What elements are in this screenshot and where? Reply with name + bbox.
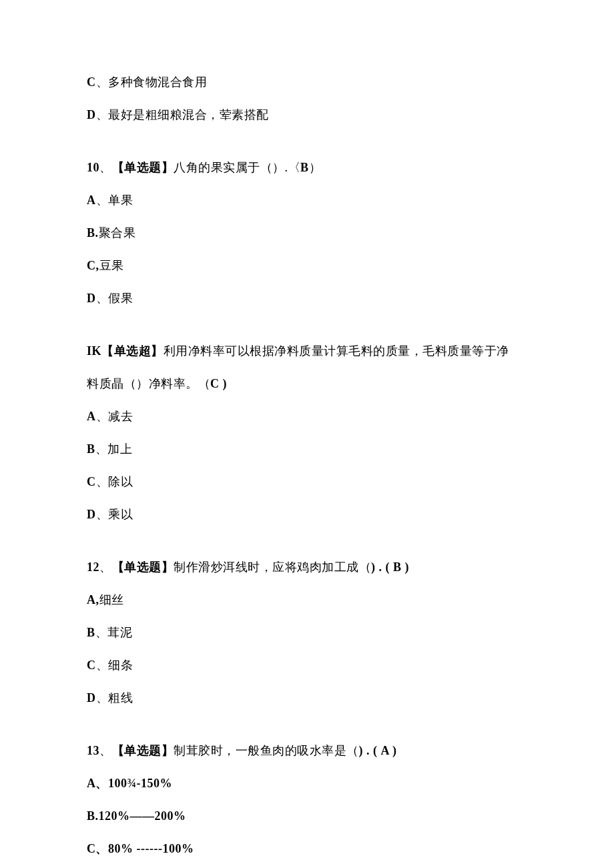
q13-ans: A ) (381, 744, 397, 757)
q10-optD-prefix: D (87, 292, 96, 305)
q12-option-a: A,细丝 (87, 591, 527, 609)
q9-option-d: D、最好是粗细粮混合，荤素搭配 (87, 106, 527, 124)
q10-stem-text: 八角的果实属于（）.〈 (174, 161, 300, 174)
q10-optB-text: 聚合果 (99, 226, 136, 240)
q11-optA-prefix: A (87, 410, 96, 423)
q13-tag: 【单选题】 (112, 744, 174, 757)
q13-option-b: B.120%——200% (87, 807, 527, 825)
q11-num-tag: IK【单选超】 (87, 344, 164, 358)
q10-tag: 【单选题】 (112, 161, 174, 174)
q10-close: ） (309, 161, 322, 174)
q11-option-b: B、加上 (87, 440, 527, 458)
q9-optC-text: 多种食物混合食用 (108, 75, 207, 89)
q9-optC-prefix: C (87, 75, 96, 89)
spacer (87, 322, 527, 342)
q12-option-b: B、茸泥 (87, 624, 527, 642)
q12-sep: 、 (99, 560, 112, 574)
q9-optD-prefix: D (87, 108, 96, 121)
q11-optD-prefix: D (87, 508, 96, 521)
q12-optB-text: 、茸泥 (95, 626, 133, 639)
q13-close1: ) . ( (359, 744, 381, 757)
q11-stem-line2: 料质晶（）净料率。（C ) (87, 375, 527, 393)
q10-optB-prefix: B. (87, 226, 99, 240)
q10-option-b: B.聚合果 (87, 224, 527, 242)
q13-option-c: C、80% ------100% (87, 840, 527, 858)
q12-optC-prefix: C (87, 659, 96, 672)
q10-ans: B (300, 161, 309, 174)
q9-optC-sep: 、 (96, 75, 109, 89)
q13-option-a: A、100¾-150% (87, 775, 527, 793)
q13-stem-text: 制茸胶时，一般鱼肉的吸水率是（ (174, 744, 359, 757)
q12-option-d: D、粗线 (87, 689, 527, 707)
q11-optD-text: 、乘以 (96, 508, 133, 521)
q10-num: 10 (87, 161, 99, 174)
q11-option-a: A、减去 (87, 408, 527, 426)
q12-optD-prefix: D (87, 691, 96, 705)
spacer (87, 538, 527, 558)
q10-option-d: D、假果 (87, 290, 527, 308)
q11-optC-text: 、除以 (96, 475, 133, 488)
q12-ans: B ) (393, 560, 409, 574)
q11-option-c: C、除以 (87, 473, 527, 491)
q10-optA-text: 、单果 (96, 193, 133, 207)
q11-optA-text: 、减去 (96, 410, 133, 423)
q12-option-c: C、细条 (87, 657, 527, 675)
q11-optB-text: 、加上 (95, 442, 133, 456)
spacer (87, 139, 527, 159)
q12-num: 12 (87, 560, 99, 574)
q13-stem: 13、【单选题】制茸胶时，一般鱼肉的吸水率是（) . ( A ) (87, 742, 527, 760)
q13-num: 13 (87, 744, 99, 757)
q10-option-a: A、单果 (87, 191, 527, 209)
q11-ans: C ) (210, 377, 227, 390)
q12-tag: 【单选题】 (112, 560, 174, 574)
q10-optC-prefix: C, (87, 259, 99, 272)
q12-close1: ) . ( (371, 560, 393, 574)
q12-optA-text: 细丝 (99, 593, 124, 606)
q12-stem: 12、【单选题】制作滑炒洱线时，应将鸡肉加工成（) . ( B ) (87, 558, 527, 576)
q12-stem-text: 制作滑炒洱线时，应将鸡肉加工成（ (174, 560, 371, 574)
q12-optA-prefix: A, (87, 593, 99, 606)
q12-optD-text: 、粗线 (96, 691, 133, 705)
q9-option-c: C、多种食物混合食用 (87, 73, 527, 91)
q11-option-d: D、乘以 (87, 506, 527, 524)
q10-optC-text: 豆果 (99, 259, 124, 272)
q12-optC-text: 、细条 (96, 659, 133, 672)
q11-stem-line1: IK【单选超】利用净料率可以根据净料质量计算毛料的质量，毛料质量等于净 (87, 342, 527, 360)
q11-optC-prefix: C (87, 475, 96, 488)
q10-optA-prefix: A (87, 193, 96, 207)
q10-stem: 10、【单选题】八角的果实属于（）.〈B） (87, 159, 527, 177)
q10-option-c: C,豆果 (87, 257, 527, 275)
q12-optB-prefix: B (87, 626, 95, 639)
q10-sep: 、 (99, 161, 112, 174)
q11-stem2a: 料质晶（）净料率。（ (87, 377, 210, 390)
spacer (87, 722, 527, 742)
q11-stem1: 利用净料率可以根据净料质量计算毛料的质量，毛料质量等于净 (164, 344, 509, 358)
q11-optB-prefix: B (87, 442, 95, 456)
q13-sep: 、 (99, 744, 112, 757)
q10-optD-text: 、假果 (96, 292, 133, 305)
document-page: C、多种食物混合食用 D、最好是粗细粮混合，荤素搭配 10、【单选题】八角的果实… (0, 0, 614, 868)
q9-optD-text: 、最好是粗细粮混合，荤素搭配 (96, 108, 269, 121)
